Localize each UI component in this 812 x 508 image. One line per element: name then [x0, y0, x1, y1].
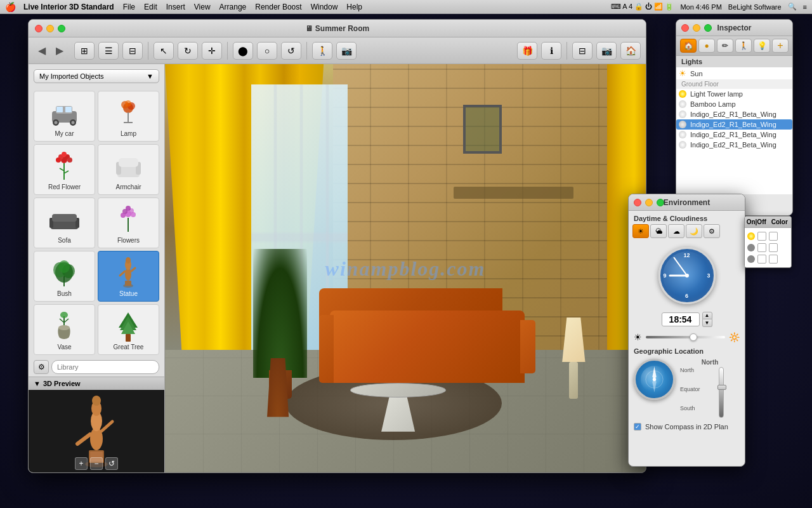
object-sofa[interactable]: Sofa: [34, 197, 95, 248]
minimize-button[interactable]: [46, 25, 54, 32]
circle-tool[interactable]: ⬤: [233, 42, 253, 60]
view-home-button[interactable]: 🏠: [620, 42, 641, 60]
info-button[interactable]: ℹ: [541, 42, 561, 60]
reset-view-button[interactable]: ↺: [105, 457, 118, 470]
insp-house-btn[interactable]: 🏠: [680, 39, 697, 53]
light-checkbox-1[interactable]: [757, 232, 766, 241]
daytime-section-label: Daytime & Cloudiness: [629, 211, 745, 224]
inspector-close[interactable]: [681, 24, 689, 32]
light-bamboo-lamp[interactable]: Bamboo Lamp: [676, 99, 792, 109]
menubar-edit[interactable]: Edit: [144, 3, 157, 11]
side-lamp-element: [560, 318, 588, 399]
menubar-help[interactable]: Help: [346, 3, 362, 11]
env-minimize[interactable]: [645, 199, 653, 206]
env-night-btn[interactable]: 🌙: [686, 224, 702, 238]
menubar-window[interactable]: Window: [311, 3, 338, 11]
close-button[interactable]: [35, 25, 43, 32]
object-vase[interactable]: Vase: [34, 304, 95, 355]
gear-button[interactable]: ⚙: [34, 360, 49, 374]
apple-menu[interactable]: 🍎: [5, 2, 16, 12]
indigo-4-label: Indigo_Ed2_R1_Beta_Wing: [690, 141, 776, 149]
view-2d-button[interactable]: ⊟: [572, 42, 593, 60]
forward-button[interactable]: ▶: [51, 43, 68, 59]
svg-point-35: [121, 213, 126, 218]
zoom-out-button[interactable]: −: [90, 457, 103, 470]
object-armchair[interactable]: Armchair: [98, 144, 159, 195]
object-great-tree[interactable]: Great Tree: [98, 304, 159, 355]
floorplan-2d-button[interactable]: ⊞: [74, 42, 95, 60]
brightness-low-icon: ☀: [634, 332, 642, 342]
light-indigo-3[interactable]: Indigo_Ed2_R1_Beta_Wing: [676, 130, 792, 140]
latitude-track[interactable]: [719, 367, 724, 418]
insp-plus-btn[interactable]: +: [772, 39, 789, 53]
object-lamp[interactable]: Lamp: [98, 91, 159, 142]
time-down-button[interactable]: ▼: [702, 319, 712, 327]
insp-bulb-btn[interactable]: 💡: [754, 39, 770, 53]
env-overcast-btn[interactable]: ☁: [668, 224, 684, 238]
menubar-list-icon[interactable]: ≡: [803, 3, 807, 11]
object-bush[interactable]: Bush: [34, 251, 95, 302]
env-cloud-btn[interactable]: 🌥: [650, 224, 667, 238]
object-statue[interactable]: Statue: [98, 251, 159, 302]
move-tool[interactable]: ✛: [202, 42, 222, 60]
light-indigo-4[interactable]: Indigo_Ed2_R1_Beta_Wing: [676, 140, 792, 150]
left-panel: My Imported Objects ▼: [29, 64, 165, 472]
show-compass-checkbox[interactable]: ✓: [634, 423, 641, 431]
back-button[interactable]: ◀: [34, 43, 50, 59]
latitude-label: North: [680, 359, 740, 366]
light-color-2[interactable]: [769, 243, 778, 252]
menubar-view[interactable]: View: [194, 3, 211, 11]
sun-light-item[interactable]: ☀ Sun: [676, 67, 792, 79]
brightness-slider[interactable]: [646, 336, 725, 338]
table-leg: [377, 395, 419, 432]
wall-tool[interactable]: ○: [257, 42, 277, 60]
compass[interactable]: [634, 359, 675, 400]
geo-content: North North Equator South: [629, 356, 745, 420]
zoom-in-button[interactable]: +: [75, 457, 88, 470]
object-tool[interactable]: 🎁: [517, 42, 537, 60]
select-tool[interactable]: ↖: [154, 42, 174, 60]
light-checkbox-2[interactable]: [757, 243, 766, 252]
insp-sphere-btn[interactable]: ●: [698, 39, 715, 53]
time-up-button[interactable]: ▲: [702, 312, 712, 319]
maximize-button[interactable]: [58, 25, 65, 32]
floorplan-list-button[interactable]: ☰: [98, 42, 119, 60]
preview-header[interactable]: ▼ 3D Preview: [29, 377, 164, 390]
figure-tool[interactable]: 🚶: [312, 42, 332, 60]
inspector-titlebar: Inspector: [676, 20, 792, 36]
light-indigo-2[interactable]: Indigo_Ed2_R1_Beta_Wing: [676, 119, 792, 130]
door-tool[interactable]: ↺: [281, 42, 301, 60]
env-settings-btn[interactable]: ⚙: [704, 224, 720, 238]
great-tree-icon: [110, 309, 148, 344]
menubar-render-boost[interactable]: Render Boost: [255, 3, 301, 11]
light-color-1[interactable]: [769, 232, 778, 241]
menubar-app-name[interactable]: Live Interior 3D Standard: [23, 3, 114, 11]
inspector-minimize[interactable]: [693, 24, 700, 32]
library-search-input[interactable]: [51, 360, 159, 374]
object-my-car[interactable]: My car: [34, 91, 95, 142]
object-flowers[interactable]: Flowers: [98, 197, 159, 248]
time-input[interactable]: 18:54: [662, 312, 700, 326]
insp-edit-btn[interactable]: ✏: [717, 39, 733, 53]
rotate-tool[interactable]: ↻: [178, 42, 198, 60]
toolbar-sep-2: [227, 42, 228, 60]
camera-tool[interactable]: 📷: [336, 42, 357, 60]
insp-person-btn[interactable]: 🚶: [735, 39, 752, 53]
light-tower-lamp[interactable]: Light Tower lamp: [676, 89, 792, 99]
floorplan-3d-button[interactable]: ⊟: [122, 42, 143, 60]
menubar-arrange[interactable]: Arrange: [219, 3, 247, 11]
inspector-maximize[interactable]: [704, 24, 712, 32]
svg-line-52: [64, 319, 69, 323]
env-close[interactable]: [634, 199, 641, 206]
light-color-3[interactable]: [769, 255, 778, 264]
view-cam-button[interactable]: 📷: [596, 42, 617, 60]
light-checkbox-3[interactable]: [757, 255, 766, 264]
menubar-file[interactable]: File: [123, 3, 135, 11]
menubar-insert[interactable]: Insert: [166, 3, 185, 11]
objects-dropdown[interactable]: My Imported Objects ▼: [34, 69, 159, 83]
menubar-search-icon[interactable]: 🔍: [788, 3, 797, 11]
object-red-flower[interactable]: Red Flower: [34, 144, 95, 195]
svg-point-7: [72, 121, 75, 124]
light-indigo-1[interactable]: Indigo_Ed2_R1_Beta_Wing: [676, 109, 792, 119]
env-day-btn[interactable]: ☀: [632, 224, 649, 238]
